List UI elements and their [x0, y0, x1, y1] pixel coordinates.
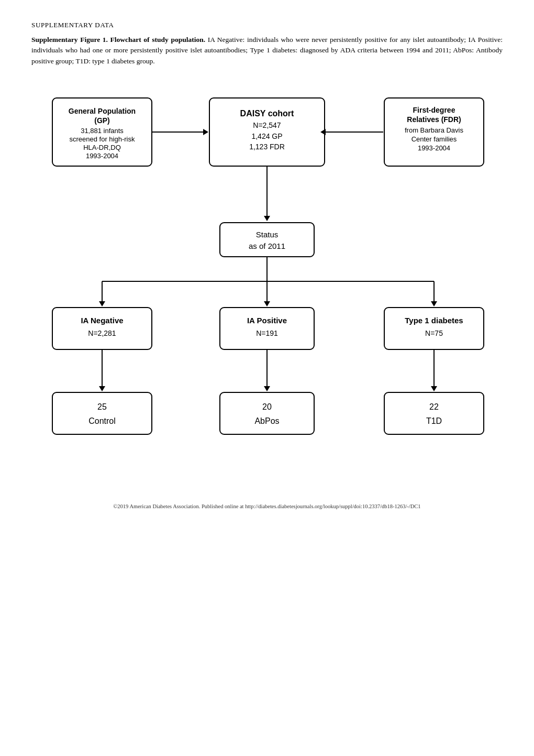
- svg-text:General Population: General Population: [69, 107, 136, 115]
- svg-rect-57: [384, 392, 484, 434]
- svg-text:AbPos: AbPos: [254, 417, 279, 425]
- svg-text:as of 2011: as of 2011: [249, 242, 285, 250]
- svg-marker-30: [99, 301, 105, 306]
- svg-text:(GP): (GP): [94, 116, 110, 125]
- flowchart-svg: General Population (GP) 31,881 infants s…: [42, 82, 492, 470]
- svg-text:screened for high-risk: screened for high-risk: [70, 135, 135, 143]
- svg-marker-23: [264, 216, 270, 221]
- svg-text:Type 1 diabetes: Type 1 diabetes: [405, 316, 463, 325]
- svg-rect-54: [220, 392, 314, 434]
- svg-text:25: 25: [97, 402, 107, 411]
- figure-caption: Supplementary Figure 1. Flowchart of stu…: [31, 35, 503, 67]
- svg-text:22: 22: [429, 402, 439, 411]
- svg-rect-51: [52, 392, 152, 434]
- svg-text:Status: Status: [256, 230, 279, 239]
- svg-text:N=2,281: N=2,281: [88, 329, 116, 337]
- svg-text:T1D: T1D: [426, 417, 442, 425]
- svg-marker-46: [99, 386, 105, 391]
- flowchart: General Population (GP) 31,881 infants s…: [42, 82, 492, 472]
- svg-rect-42: [384, 308, 484, 349]
- svg-text:N=75: N=75: [425, 329, 443, 337]
- svg-text:HLA-DR,DQ: HLA-DR,DQ: [83, 144, 121, 151]
- svg-rect-36: [52, 308, 152, 349]
- svg-text:IA Negative: IA Negative: [81, 316, 123, 325]
- svg-marker-48: [264, 386, 270, 391]
- svg-rect-24: [220, 223, 314, 257]
- svg-marker-8: [203, 129, 208, 135]
- svg-text:Control: Control: [88, 417, 116, 425]
- svg-text:20: 20: [262, 402, 272, 411]
- svg-text:Relatives (FDR): Relatives (FDR): [407, 115, 461, 124]
- svg-text:1,123 FDR: 1,123 FDR: [249, 143, 285, 151]
- supplementary-label: SUPPLEMENTARY DATA: [31, 21, 503, 29]
- svg-text:First-degree: First-degree: [413, 106, 455, 114]
- svg-text:from Barbara Davis: from Barbara Davis: [405, 126, 463, 134]
- svg-text:1993-2004: 1993-2004: [86, 152, 118, 160]
- svg-text:DAISY cohort: DAISY cohort: [240, 109, 295, 118]
- svg-marker-50: [431, 386, 437, 391]
- svg-text:N=2,547: N=2,547: [253, 121, 281, 129]
- svg-rect-39: [220, 308, 314, 349]
- svg-marker-35: [431, 301, 437, 306]
- svg-text:N=191: N=191: [256, 329, 278, 337]
- svg-marker-32: [264, 301, 270, 306]
- svg-text:1,424 GP: 1,424 GP: [251, 132, 282, 140]
- svg-text:31,881 infants: 31,881 infants: [81, 127, 124, 135]
- caption-bold: Supplementary Figure 1. Flowchart of stu…: [31, 36, 205, 43]
- svg-text:Center families: Center families: [411, 135, 457, 143]
- svg-text:IA Positive: IA Positive: [247, 316, 287, 325]
- footer-copyright: ©2019 American Diabetes Association. Pub…: [31, 472, 503, 509]
- svg-text:1993-2004: 1993-2004: [418, 144, 450, 152]
